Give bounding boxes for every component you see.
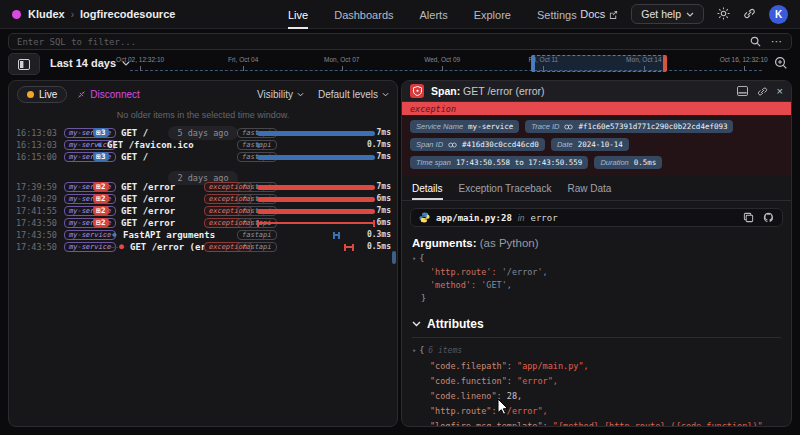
more-options-icon[interactable]: ⋯ (771, 35, 783, 48)
chip-date: Date2024-10-14 (551, 138, 629, 151)
link-rings-icon (564, 124, 573, 130)
live-toggle[interactable]: Live (17, 86, 67, 103)
arguments-code: ▾{ 'http.route': '/error', 'method': 'GE… (412, 252, 781, 305)
trace-row[interactable]: 16:15:00 my-service ⊞3 GET / fastapi 7ms (9, 151, 397, 163)
collapse-caret-icon[interactable]: ▾ (412, 347, 416, 355)
span-metadata: Service Namemy-service Trace ID #f1c60e5… (402, 115, 791, 176)
timeline-tick: Oct 16, 12:32:10 (720, 56, 768, 63)
span-duration-bar (344, 246, 353, 248)
tab-alerts[interactable]: Alerts (420, 0, 448, 29)
copy-link-icon[interactable] (757, 86, 768, 97)
docs-link[interactable]: Docs (580, 8, 618, 20)
logfire-logo-icon (12, 10, 21, 19)
top-nav: Kludex › logfirecodesource Live Dashboar… (0, 0, 800, 29)
tree-connector (102, 235, 111, 236)
chip-span-id[interactable]: Span ID #416d30c0ccd46cd0 (410, 138, 545, 151)
toggle-sidebar-button[interactable] (8, 53, 40, 75)
attributes-code: ▾{6 items "code.filepath": "app/main.py"… (412, 343, 781, 427)
trace-row[interactable]: 16:13:03 my-service ⊞3 GET / fastapi 7ms (9, 127, 397, 139)
timeline-tick: Mon, Oct 07 (324, 56, 359, 63)
expand-children-badge[interactable]: ⊞2 (93, 206, 109, 215)
error-shield-icon (410, 84, 424, 98)
scrollbar-thumb[interactable] (392, 251, 396, 264)
tab-raw-data[interactable]: Raw Data (567, 183, 611, 200)
span-duration-bar (257, 131, 375, 136)
breadcrumb-project[interactable]: logfirecodesource (80, 8, 175, 20)
code-location-bar: app/main.py:28 in error (410, 208, 783, 227)
tab-settings[interactable]: Settings (537, 0, 577, 29)
code-function: error (530, 213, 557, 223)
close-icon[interactable]: × (777, 85, 783, 97)
timeline-tick: Wed, Oct 09 (424, 56, 460, 63)
python-icon (419, 212, 430, 223)
expand-children-badge[interactable]: ⊞3 (93, 152, 109, 161)
unplug-icon (77, 90, 86, 99)
span-duration-bar (257, 143, 260, 148)
get-help-button[interactable]: Get help (631, 4, 704, 24)
attributes-heading[interactable]: Attributes (412, 317, 781, 338)
tab-dashboards[interactable]: Dashboards (334, 0, 393, 29)
collapse-children-badge[interactable]: ⊟2 (93, 218, 109, 227)
timeline-tick: Oct 02, 12:32:10 (116, 56, 164, 63)
span-duration-bar (257, 185, 375, 190)
nav-tabs: Live Dashboards Alerts Explore Settings (288, 0, 577, 29)
link-rings-icon (448, 142, 457, 148)
error-span-icon: ● (119, 242, 124, 251)
chevron-down-icon (412, 321, 421, 327)
sql-filter-input[interactable] (17, 37, 750, 47)
expand-children-badge[interactable]: ⊞2 (93, 182, 109, 191)
tree-connector (109, 247, 118, 248)
arguments-heading: Arguments: (as Python) (412, 237, 781, 249)
timeline-selection[interactable] (532, 55, 666, 72)
span-icon: ◆ (112, 230, 117, 239)
timeline-track[interactable]: Oct 02, 12:32:10 Fri, Oct 04 Mon, Oct 07… (130, 53, 762, 77)
chevron-down-icon (686, 12, 694, 17)
dock-panel-icon[interactable] (737, 86, 748, 96)
exception-banner: exception (402, 102, 791, 115)
tab-details[interactable]: Details (412, 183, 443, 200)
trace-row-child-selected[interactable]: 17:43:50 my-service ● GET /error (error)… (9, 241, 397, 253)
chip-time-span: Time span17:43:50.558 to 17:43:50.559 (410, 156, 588, 169)
trace-row[interactable]: 17:39:59 my-service ⊞2 GET /error except… (9, 181, 397, 193)
avatar[interactable]: K (769, 5, 788, 24)
github-icon[interactable] (763, 212, 774, 223)
breadcrumb-org[interactable]: Kludex (28, 8, 65, 20)
expand-children-badge[interactable]: ⊞2 (93, 194, 109, 203)
collapse-caret-icon[interactable]: ▾ (412, 255, 416, 263)
share-link-icon[interactable] (743, 7, 756, 22)
details-tabs: Details Exception Traceback Raw Data (402, 176, 791, 201)
live-view-panel: Live Disconnect Visibility Default level… (8, 80, 398, 427)
span-details-panel: Span: GET /error (error) × exception Ser… (401, 80, 792, 427)
span-duration-bar (257, 197, 375, 202)
code-path[interactable]: app/main.py:28 (436, 213, 512, 223)
trace-row-expanded[interactable]: 17:43:50 my-service ⊟2 GET /error except… (9, 217, 397, 229)
span-panel-title: Span: GET /error (error) (431, 85, 545, 97)
expand-children-badge[interactable]: ⊞3 (93, 128, 109, 137)
trace-row[interactable]: 17:41:55 my-service ⊞2 GET /error except… (9, 205, 397, 217)
chevron-down-icon (382, 92, 389, 97)
tab-live[interactable]: Live (288, 0, 308, 29)
span-duration-bar (257, 209, 375, 214)
chip-duration: Duration0.5ms (594, 156, 662, 169)
theme-toggle-icon[interactable] (717, 7, 730, 22)
copy-icon[interactable] (743, 212, 754, 223)
search-icon[interactable] (750, 36, 761, 47)
timeline-tick: Fri, Oct 04 (228, 56, 258, 63)
disconnect-button[interactable]: Disconnect (77, 89, 139, 100)
chip-trace-id[interactable]: Trace ID #f1c60e57391d771c290c0b22cd4ef0… (525, 120, 733, 133)
external-link-icon (609, 10, 618, 19)
default-levels-dropdown[interactable]: Default levels (318, 89, 389, 100)
timeline-zoom-icon[interactable] (774, 56, 788, 74)
visibility-dropdown[interactable]: Visibility (257, 89, 304, 100)
selection-start-handle[interactable] (531, 55, 535, 72)
trace-row[interactable]: 17:40:29 my-service ⊞2 GET /error except… (9, 193, 397, 205)
trace-row[interactable]: 16:13:03 my-service ◆ GET /favicon.ico f… (9, 139, 397, 151)
span-duration-bar (257, 222, 375, 224)
selection-end-handle[interactable] (663, 55, 667, 72)
span-icon: ◆ (97, 140, 102, 149)
trace-row-child[interactable]: 17:43:50 my-service ◆ FastAPI arguments … (9, 229, 397, 241)
tab-explore[interactable]: Explore (474, 0, 511, 29)
tab-exception-traceback[interactable]: Exception Traceback (459, 183, 552, 200)
timeline-bar: Last 14 days Oct 02, 12:32:10 Fri, Oct 0… (0, 53, 800, 77)
live-indicator-dot (27, 91, 34, 98)
